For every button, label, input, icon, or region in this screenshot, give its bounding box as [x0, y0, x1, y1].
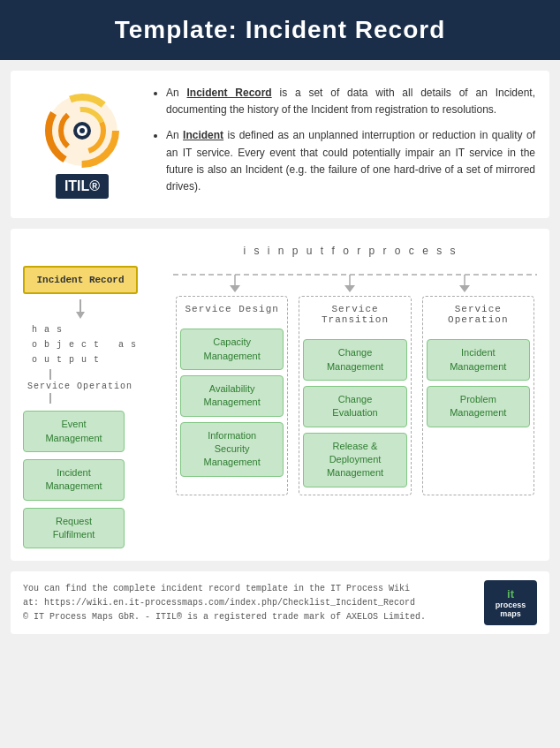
footer-line2: at: https://wiki.en.it-processmaps.com/i…	[23, 596, 426, 610]
itil-logo: ITIL®	[25, 91, 140, 199]
left-box-0: Event Management	[23, 411, 125, 452]
connector-svg	[173, 266, 537, 292]
col1-header: Service Design	[185, 304, 278, 314]
footer-logo-maps: maps	[493, 609, 528, 618]
footer-logo-process: process	[493, 601, 528, 609]
service-transition-col: Service Transition Change Management Cha…	[299, 296, 411, 495]
col2-header: Service Transition	[303, 304, 406, 325]
process-label: i s i n p u t f o r p r o c e s s	[164, 245, 537, 257]
service-design-col: Service Design Capacity Management Avail…	[176, 296, 288, 495]
col3-box-0: Incident Management	[427, 339, 530, 381]
info-bullet-2: An Incident is defined as an unplanned i…	[166, 127, 535, 195]
info-bullet-1: An Incident Record is a set of data with…	[166, 85, 535, 118]
left-box-1: Incident Management	[23, 459, 125, 501]
diagram-section: i s i n p u t f o r p r o c e s s Incide…	[11, 229, 549, 561]
header: Template: Incident Record	[0, 0, 560, 60]
itil-icon	[42, 91, 122, 170]
left-column: Incident Record h a s o b j e c t a s o …	[23, 266, 173, 548]
header-prefix: Template:	[115, 16, 246, 43]
itil-badge: ITIL®	[56, 174, 109, 199]
service-operation-col: Service Operation Incident Management Pr…	[422, 296, 534, 495]
has-object-label: h a s o b j e c t a s o u t p u t	[32, 322, 137, 367]
svg-marker-12	[230, 285, 240, 292]
col1-box-2: Information Security Management	[180, 422, 284, 477]
info-text-block: An Incident Record is a set of data with…	[154, 85, 535, 204]
col1-box-0: Capacity Management	[180, 329, 284, 370]
header-title-bold: Incident Record	[246, 16, 446, 43]
footer-line1: You can find the complete incident recor…	[23, 582, 426, 596]
col3-box-1: Problem Management	[427, 386, 530, 427]
svg-marker-14	[344, 285, 355, 292]
footer-text: You can find the complete incident recor…	[23, 582, 426, 624]
footer-line3: © IT Process Maps GbR. - ITIL® is a regi…	[23, 610, 426, 624]
col1-box-1: Availability Management	[180, 375, 284, 417]
info-section: ITIL® An Incident Record is a set of dat…	[11, 71, 549, 218]
col2-box-2: Release & Deployment Management	[303, 433, 406, 487]
svg-marker-16	[459, 285, 470, 292]
service-op-label-left: Service Operation	[27, 382, 132, 391]
incident-record-box: Incident Record	[23, 266, 138, 294]
col3-header: Service Operation	[427, 304, 530, 325]
col2-box-1: Change Evaluation	[303, 386, 406, 427]
left-box-2: Request Fulfilment	[23, 508, 125, 549]
footer-logo: it process maps	[484, 580, 537, 625]
svg-point-9	[79, 128, 85, 133]
page-title: Template: Incident Record	[18, 16, 542, 44]
footer-logo-it: it	[493, 587, 528, 601]
footer: You can find the complete incident recor…	[11, 571, 549, 634]
col2-box-0: Change Management	[303, 339, 406, 381]
